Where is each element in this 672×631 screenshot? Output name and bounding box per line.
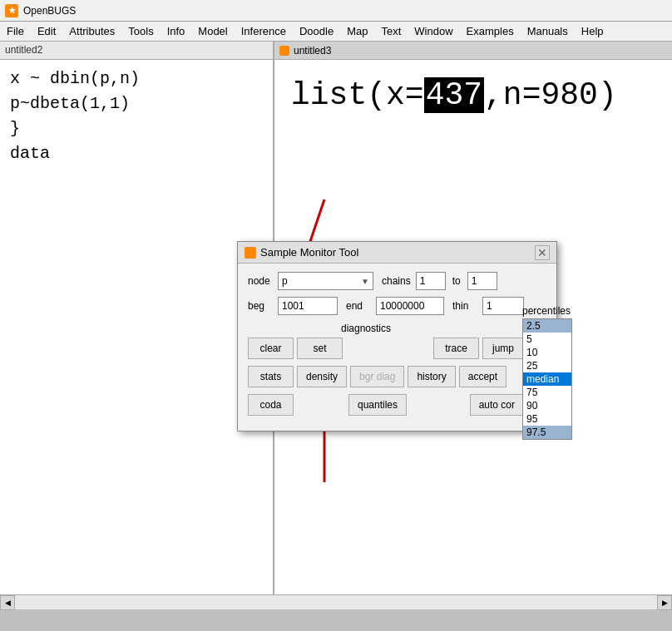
app-title: OpenBUGS xyxy=(23,5,76,17)
end-label: end xyxy=(346,300,371,312)
clear-button[interactable]: clear xyxy=(248,338,294,359)
right-tab-icon xyxy=(279,46,289,56)
menu-tools[interactable]: Tools xyxy=(121,23,160,39)
bgr-diag-button[interactable]: bgr diag xyxy=(350,366,404,387)
thin-input[interactable] xyxy=(482,297,524,315)
left-tab[interactable]: untitled2 xyxy=(0,42,273,60)
menu-window[interactable]: Window xyxy=(408,23,459,39)
sample-monitor-dialog: Sample Monitor Tool ✕ node p ▼ chains xyxy=(237,241,557,431)
menu-examples[interactable]: Examples xyxy=(460,23,521,39)
menu-bar: File Edit Attributes Tools Info Model In… xyxy=(0,22,672,42)
scroll-left-button[interactable]: ◀ xyxy=(0,595,15,610)
stats-button[interactable]: stats xyxy=(248,366,294,387)
trace-button[interactable]: trace xyxy=(433,338,479,359)
left-panel: untitled2 x ~ dbin(p,n) p~dbeta(1,1) } d… xyxy=(0,42,274,609)
percentile-median[interactable]: median xyxy=(523,372,571,386)
dialog-title: Sample Monitor Tool xyxy=(260,246,358,259)
percentile-10[interactable]: 10 xyxy=(523,346,571,359)
right-tab-name[interactable]: untitled3 xyxy=(294,45,331,57)
menu-inference[interactable]: Inference xyxy=(235,23,293,39)
chains-from-input[interactable] xyxy=(416,272,446,290)
dialog-title-content: Sample Monitor Tool xyxy=(245,246,358,259)
menu-map[interactable]: Map xyxy=(340,23,374,39)
right-code: list(x=437,n=980) xyxy=(274,60,672,131)
menu-file[interactable]: File xyxy=(0,23,31,39)
code-line-4: data xyxy=(10,141,263,166)
auto-cor-button[interactable]: auto cor xyxy=(470,394,524,416)
accept-button[interactable]: accept xyxy=(459,366,506,387)
buttons-row1: clear set trace jump xyxy=(248,338,524,359)
set-button[interactable]: set xyxy=(297,338,343,359)
percentiles-label: percentiles xyxy=(522,305,574,317)
menu-doodle[interactable]: Doodle xyxy=(293,23,340,39)
jump-button[interactable]: jump xyxy=(482,338,524,359)
beg-end-row: beg end thin xyxy=(248,297,524,315)
density-button[interactable]: density xyxy=(297,366,347,387)
main-area: untitled2 x ~ dbin(p,n) p~dbeta(1,1) } d… xyxy=(0,42,672,609)
percentile-5[interactable]: 5 xyxy=(523,333,571,346)
percentiles-section: percentiles 2.5 5 10 25 median 75 90 95 … xyxy=(522,305,574,440)
percentile-90[interactable]: 90 xyxy=(523,399,571,412)
percentile-25[interactable]: 25 xyxy=(523,359,571,372)
scroll-right-button[interactable]: ▶ xyxy=(657,595,672,610)
title-bar: ★ OpenBUGS xyxy=(0,0,672,22)
buttons-row2: stats density bgr diag history accept xyxy=(248,366,524,387)
menu-attributes[interactable]: Attributes xyxy=(62,23,121,39)
end-input[interactable] xyxy=(376,297,444,315)
horizontal-scrollbar[interactable]: ◀ ▶ xyxy=(0,594,672,609)
chains-to-label: to xyxy=(452,275,461,287)
node-label: node xyxy=(248,275,273,287)
thin-label: thin xyxy=(452,300,477,312)
left-code: x ~ dbin(p,n) p~dbeta(1,1) } data xyxy=(0,60,273,173)
dialog-icon xyxy=(245,247,256,259)
menu-text[interactable]: Text xyxy=(374,23,408,39)
node-dropdown-value: p xyxy=(282,275,288,287)
app-icon: ★ xyxy=(5,4,18,17)
percentiles-list: 2.5 5 10 25 median 75 90 95 97.5 xyxy=(522,318,572,440)
chains-to-input[interactable] xyxy=(467,272,497,290)
menu-help[interactable]: Help xyxy=(575,23,610,39)
chains-label: chains xyxy=(382,275,411,287)
percentile-75[interactable]: 75 xyxy=(523,386,571,399)
dialog-body: node p ▼ chains to beg en xyxy=(238,264,556,431)
percentile-2-5[interactable]: 2.5 xyxy=(523,319,571,333)
menu-edit[interactable]: Edit xyxy=(31,23,62,39)
dropdown-arrow-icon: ▼ xyxy=(361,277,369,286)
buttons-row3: coda quantiles auto cor xyxy=(248,394,524,416)
beg-label: beg xyxy=(248,300,273,312)
code-prefix: list(x= xyxy=(291,77,424,113)
percentile-97-5[interactable]: 97.5 xyxy=(523,426,571,439)
coda-button[interactable]: coda xyxy=(248,394,294,416)
code-line-1: x ~ dbin(p,n) xyxy=(10,67,263,91)
menu-info[interactable]: Info xyxy=(161,23,192,39)
code-line-3: } xyxy=(10,116,263,141)
percentile-95[interactable]: 95 xyxy=(523,412,571,426)
code-line-2: p~dbeta(1,1) xyxy=(10,91,263,116)
dialog-close-button[interactable]: ✕ xyxy=(535,245,550,260)
diagnostics-label: diagnostics xyxy=(341,323,391,334)
code-suffix: ,n=980) xyxy=(484,77,617,113)
dialog-title-bar: Sample Monitor Tool ✕ xyxy=(238,242,556,264)
scroll-track[interactable] xyxy=(15,595,657,609)
history-button[interactable]: history xyxy=(408,366,455,387)
quantiles-button[interactable]: quantiles xyxy=(348,394,407,416)
right-tab-bar: untitled3 xyxy=(274,42,672,60)
node-row: node p ▼ chains to xyxy=(248,272,524,290)
menu-manuals[interactable]: Manuals xyxy=(521,23,575,39)
menu-model[interactable]: Model xyxy=(191,23,234,39)
beg-input[interactable] xyxy=(278,297,338,315)
node-dropdown[interactable]: p ▼ xyxy=(278,272,373,290)
code-highlight: 437 xyxy=(424,77,484,113)
